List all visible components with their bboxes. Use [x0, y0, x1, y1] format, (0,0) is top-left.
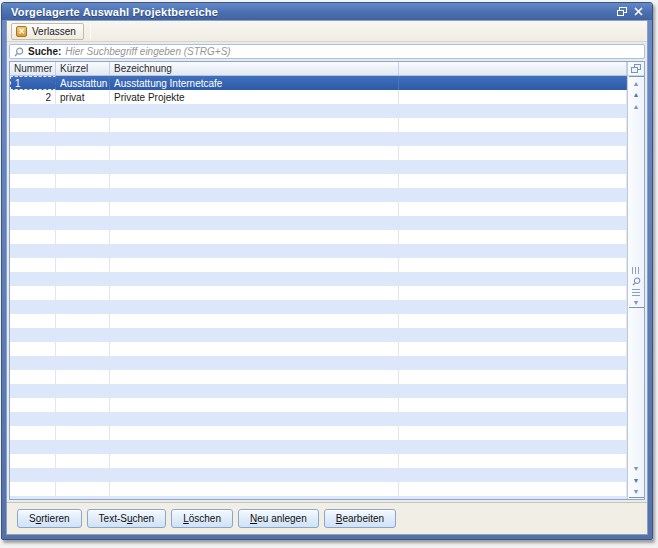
table-row[interactable] — [10, 104, 627, 118]
table-cell[interactable] — [56, 454, 110, 468]
scroll-down-button[interactable]: ▼ — [629, 462, 644, 474]
table-cell[interactable] — [399, 118, 627, 132]
table-cell[interactable] — [110, 440, 399, 454]
table-cell[interactable] — [56, 342, 110, 356]
table-cell[interactable] — [10, 314, 56, 328]
column-header-bezeichnung[interactable]: Bezeichnung — [110, 62, 399, 75]
text-search-button[interactable]: Text-Suchen — [87, 509, 167, 528]
table-cell[interactable] — [399, 286, 627, 300]
table-cell[interactable] — [399, 342, 627, 356]
table-cell[interactable] — [110, 384, 399, 398]
table-row[interactable] — [10, 314, 627, 328]
table-cell[interactable] — [110, 244, 399, 258]
table-cell[interactable] — [56, 244, 110, 258]
table-cell[interactable] — [10, 328, 56, 342]
table-cell[interactable] — [56, 202, 110, 216]
table-cell[interactable] — [56, 272, 110, 286]
table-cell[interactable] — [10, 202, 56, 216]
table-cell[interactable] — [10, 258, 56, 272]
table-cell[interactable] — [399, 314, 627, 328]
table-cell[interactable] — [56, 286, 110, 300]
table-cell[interactable]: Private Projekte — [110, 90, 399, 104]
table-row[interactable] — [10, 440, 627, 454]
table-row[interactable] — [10, 356, 627, 370]
table-cell[interactable] — [399, 454, 627, 468]
table-cell[interactable] — [10, 146, 56, 160]
search-input[interactable] — [65, 46, 640, 58]
table-row[interactable] — [10, 370, 627, 384]
table-row[interactable] — [10, 272, 627, 286]
table-cell[interactable] — [56, 398, 110, 412]
table-cell[interactable] — [10, 384, 56, 398]
table-cell[interactable] — [110, 426, 399, 440]
table-cell[interactable] — [110, 230, 399, 244]
table-cell[interactable] — [110, 174, 399, 188]
table-cell[interactable] — [56, 300, 110, 314]
search-bar[interactable]: Suche: — [9, 44, 645, 59]
table-cell[interactable] — [399, 384, 627, 398]
table-cell[interactable] — [110, 398, 399, 412]
table-cell[interactable] — [399, 370, 627, 384]
table-cell[interactable] — [399, 426, 627, 440]
table-row[interactable] — [10, 454, 627, 468]
scroll-to-top-button[interactable]: ▲ — [629, 76, 644, 88]
table-cell[interactable] — [110, 216, 399, 230]
table-row[interactable] — [10, 146, 627, 160]
table-cell[interactable] — [10, 272, 56, 286]
table-cell[interactable] — [399, 244, 627, 258]
table-cell[interactable] — [110, 132, 399, 146]
scroll-grip-icon[interactable] — [632, 267, 641, 274]
table-row[interactable]: 2privatPrivate Projekte — [10, 90, 627, 104]
table-cell[interactable] — [56, 160, 110, 174]
page-down-button[interactable]: ▼ — [629, 474, 644, 486]
table-cell[interactable] — [56, 496, 110, 499]
table-cell[interactable] — [10, 216, 56, 230]
table-cell[interactable] — [110, 104, 399, 118]
table-cell[interactable] — [56, 188, 110, 202]
table-cell[interactable] — [56, 258, 110, 272]
table-cell[interactable] — [56, 314, 110, 328]
table-cell[interactable] — [56, 482, 110, 496]
table-cell[interactable] — [399, 356, 627, 370]
table-cell[interactable] — [110, 272, 399, 286]
table-cell[interactable] — [56, 146, 110, 160]
table-cell[interactable] — [10, 188, 56, 202]
table-cell[interactable]: 2 — [10, 90, 56, 104]
table-cell[interactable] — [399, 104, 627, 118]
table-row[interactable] — [10, 468, 627, 482]
table-cell[interactable] — [56, 468, 110, 482]
table-cell[interactable] — [56, 440, 110, 454]
table-row[interactable] — [10, 300, 627, 314]
table-cell[interactable] — [110, 286, 399, 300]
table-cell[interactable] — [10, 468, 56, 482]
table-row[interactable] — [10, 496, 627, 499]
column-chooser-button[interactable] — [628, 62, 644, 76]
scroll-up-button[interactable]: ▲ — [629, 100, 644, 112]
table-cell[interactable] — [110, 412, 399, 426]
table-cell[interactable] — [110, 300, 399, 314]
table-cell[interactable] — [10, 244, 56, 258]
table-cell[interactable] — [110, 258, 399, 272]
column-header-blank[interactable] — [399, 62, 627, 75]
table-cell[interactable] — [10, 426, 56, 440]
table-cell[interactable] — [399, 174, 627, 188]
table-cell[interactable] — [10, 370, 56, 384]
table-cell[interactable] — [110, 188, 399, 202]
table-cell[interactable] — [399, 496, 627, 499]
table-cell[interactable] — [399, 132, 627, 146]
table-cell[interactable] — [399, 90, 627, 104]
table-row[interactable] — [10, 188, 627, 202]
table-cell[interactable] — [399, 202, 627, 216]
table-cell[interactable] — [399, 468, 627, 482]
column-header-kürzel[interactable]: Kürzel — [56, 62, 110, 75]
table-cell[interactable] — [10, 412, 56, 426]
table-cell[interactable] — [10, 230, 56, 244]
table-cell[interactable] — [399, 412, 627, 426]
table-cell[interactable] — [399, 216, 627, 230]
table-cell[interactable] — [399, 328, 627, 342]
table-cell[interactable] — [399, 230, 627, 244]
table-cell[interactable] — [399, 160, 627, 174]
table-cell[interactable] — [110, 314, 399, 328]
table-cell[interactable] — [399, 300, 627, 314]
table-cell[interactable] — [56, 384, 110, 398]
